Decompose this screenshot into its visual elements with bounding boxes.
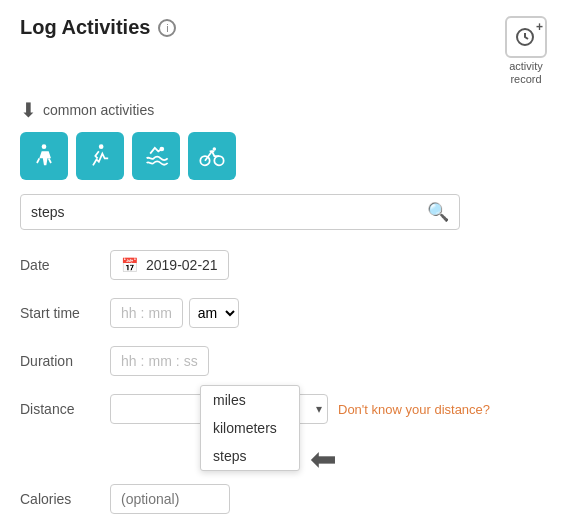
date-label: Date — [20, 257, 110, 273]
dropdown-item-miles[interactable]: miles — [201, 386, 299, 414]
ampm-select[interactable]: am pm — [189, 298, 239, 328]
common-activities-section: ⬇ common activities — [20, 98, 556, 122]
search-bar[interactable]: 🔍 — [20, 194, 460, 230]
activity-walking-button[interactable] — [20, 132, 68, 180]
header-left: Log Activities i — [20, 16, 176, 39]
unit-dropdown-menu: miles kilometers steps — [200, 385, 300, 471]
common-activities-label: common activities — [43, 102, 154, 118]
duration-ss: ss — [184, 353, 198, 369]
minute-placeholder: mm — [148, 305, 171, 321]
activity-record-label: activity record — [496, 60, 556, 86]
page-title: Log Activities — [20, 16, 150, 39]
time-input[interactable]: hh : mm — [110, 298, 183, 328]
search-input[interactable] — [31, 204, 427, 220]
down-arrow-icon: ⬇ — [20, 98, 37, 122]
activity-swimming-button[interactable] — [132, 132, 180, 180]
date-field-group: Date 📅 2019-02-21 — [20, 250, 556, 280]
duration-colon-1: : — [141, 353, 145, 369]
duration-label: Duration — [20, 353, 110, 369]
duration-mm: mm — [148, 353, 171, 369]
start-time-field-group: Start time hh : mm am pm — [20, 298, 556, 328]
search-icon: 🔍 — [427, 201, 449, 223]
calories-field-group: Calories — [20, 484, 556, 514]
calendar-icon: 📅 — [121, 257, 138, 273]
plus-icon: + — [536, 20, 543, 34]
page-header: Log Activities i + activity record — [20, 16, 556, 86]
date-value: 2019-02-21 — [146, 257, 218, 273]
duration-input[interactable]: hh : mm : ss — [110, 346, 209, 376]
start-time-label: Start time — [20, 305, 110, 321]
duration-field-group: Duration hh : mm : ss — [20, 346, 556, 376]
activity-record-button[interactable]: + activity record — [496, 16, 556, 86]
svg-point-5 — [214, 156, 223, 165]
svg-point-6 — [213, 148, 217, 152]
calories-input[interactable] — [110, 484, 230, 514]
distance-row: miles kilometers steps ▾ Don't know your… — [110, 394, 490, 424]
distance-label: Distance — [20, 401, 110, 417]
duration-colon-2: : — [176, 353, 180, 369]
calories-label: Calories — [20, 491, 110, 507]
svg-point-1 — [42, 145, 47, 150]
time-colon-1: : — [141, 305, 145, 321]
info-icon[interactable]: i — [158, 19, 176, 37]
dropdown-item-kilometers[interactable]: kilometers — [201, 414, 299, 442]
activity-cycling-button[interactable] — [188, 132, 236, 180]
left-arrow-indicator: ⬅ — [310, 440, 337, 478]
dropdown-item-steps[interactable]: steps — [201, 442, 299, 470]
activity-icons-row — [20, 132, 556, 180]
date-input[interactable]: 📅 2019-02-21 — [110, 250, 229, 280]
activity-running-button[interactable] — [76, 132, 124, 180]
dont-know-distance-link[interactable]: Don't know your distance? — [338, 402, 490, 417]
activity-record-icon-box: + — [505, 16, 547, 58]
hour-placeholder: hh — [121, 305, 137, 321]
svg-point-2 — [99, 145, 104, 150]
duration-hh: hh — [121, 353, 137, 369]
